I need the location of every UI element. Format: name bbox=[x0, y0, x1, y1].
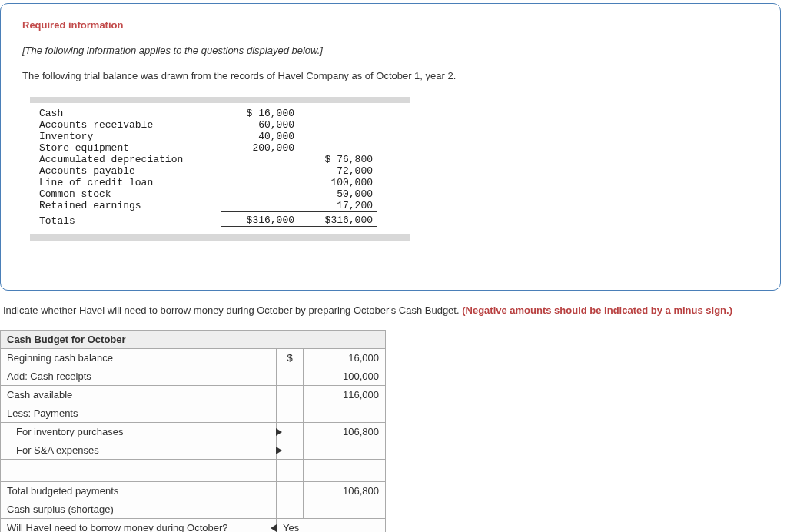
tb-debit bbox=[221, 177, 299, 188]
row-label-surplus: Cash surplus (shortage) bbox=[1, 500, 277, 519]
symbol-cell[interactable] bbox=[277, 460, 304, 482]
value-total-budgeted[interactable]: 106,800 bbox=[304, 482, 386, 500]
tb-totals-label: Totals bbox=[35, 212, 221, 228]
row-label-total-budgeted: Total budgeted payments bbox=[1, 482, 277, 500]
instruction-note: (Negative amounts should be indicated by… bbox=[462, 304, 732, 316]
tb-label: Accounts receivable bbox=[35, 119, 221, 131]
tb-row: Inventory40,000 bbox=[35, 131, 377, 142]
required-information-heading: Required information bbox=[22, 19, 759, 31]
tb-row: Cash$ 16,000 bbox=[35, 108, 377, 119]
dropdown-arrow-icon bbox=[276, 428, 282, 436]
tb-credit bbox=[299, 131, 377, 142]
intro-text: The following trial balance was drawn fr… bbox=[22, 70, 759, 81]
tb-debit: 40,000 bbox=[221, 131, 299, 142]
tb-debit bbox=[221, 188, 299, 200]
tb-credit bbox=[299, 108, 377, 119]
tb-credit bbox=[299, 142, 377, 154]
dropdown-label: For S&A expenses bbox=[16, 444, 99, 456]
symbol-cell[interactable] bbox=[277, 367, 304, 386]
row-label-cash-available: Cash available bbox=[1, 386, 277, 404]
tb-totals-credit: $316,000 bbox=[299, 212, 377, 228]
tb-credit: $ 76,800 bbox=[299, 154, 377, 165]
applies-note: [The following information applies to th… bbox=[22, 45, 759, 56]
tb-credit: 50,000 bbox=[299, 188, 377, 200]
row-label-less-payments: Less: Payments bbox=[1, 404, 277, 423]
tb-label: Retained earnings bbox=[35, 200, 221, 212]
tb-label: Store equipment bbox=[35, 142, 221, 154]
tb-debit bbox=[221, 165, 299, 177]
tb-label: Accumulated depreciation bbox=[35, 154, 221, 165]
dropdown-borrow-answer[interactable]: Yes bbox=[277, 519, 386, 533]
symbol-cell[interactable] bbox=[277, 500, 304, 519]
value-beginning-balance[interactable]: 16,000 bbox=[304, 349, 386, 367]
tb-debit bbox=[221, 200, 299, 212]
symbol-cell[interactable] bbox=[277, 404, 304, 423]
row-label-borrow-question: Will Havel need to borrow money during O… bbox=[1, 519, 277, 533]
tb-credit: 100,000 bbox=[299, 177, 377, 188]
currency-symbol-cell[interactable]: $ bbox=[277, 349, 304, 367]
tb-credit: 72,000 bbox=[299, 165, 377, 177]
tb-totals-debit: $316,000 bbox=[221, 212, 299, 228]
tb-label: Cash bbox=[35, 108, 221, 119]
trial-balance-table: Cash$ 16,000 Accounts receivable60,000 I… bbox=[35, 108, 377, 228]
dropdown-inventory-purchases[interactable]: For inventory purchases bbox=[1, 423, 277, 441]
tb-row: Line of credit loan100,000 bbox=[35, 177, 377, 188]
tb-debit: 200,000 bbox=[221, 142, 299, 154]
row-label-cash-receipts: Add: Cash receipts bbox=[1, 367, 277, 386]
dropdown-label: For inventory purchases bbox=[16, 426, 123, 437]
trial-balance-block: Cash$ 16,000 Accounts receivable60,000 I… bbox=[22, 94, 759, 244]
value-cash-available[interactable]: 116,000 bbox=[304, 386, 386, 404]
tb-totals-row: Totals $316,000 $316,000 bbox=[35, 212, 377, 228]
tb-label: Inventory bbox=[35, 131, 221, 142]
tb-credit: 17,200 bbox=[299, 200, 377, 212]
value-cash-receipts[interactable]: 100,000 bbox=[304, 367, 386, 386]
tb-label: Common stock bbox=[35, 188, 221, 200]
dropdown-sa-expenses[interactable]: For S&A expenses bbox=[1, 441, 277, 460]
tb-row: Accounts payable72,000 bbox=[35, 165, 377, 177]
budget-title: Cash Budget for October bbox=[1, 331, 386, 349]
tb-label: Accounts payable bbox=[35, 165, 221, 177]
dropdown-arrow-icon bbox=[276, 447, 282, 454]
row-label-beginning-balance: Beginning cash balance bbox=[1, 349, 277, 367]
tb-debit bbox=[221, 154, 299, 165]
tb-row: Common stock50,000 bbox=[35, 188, 377, 200]
value-surplus[interactable] bbox=[304, 500, 386, 519]
instruction-text: Indicate whether Havel will need to borr… bbox=[3, 304, 462, 316]
trial-balance-top-bar bbox=[30, 97, 410, 103]
tb-label: Line of credit loan bbox=[35, 177, 221, 188]
dropdown-value: Yes bbox=[283, 522, 299, 532]
dropdown-arrow-icon bbox=[271, 524, 277, 532]
tb-debit: $ 16,000 bbox=[221, 108, 299, 119]
tb-row: Store equipment200,000 bbox=[35, 142, 377, 154]
symbol-cell[interactable] bbox=[277, 386, 304, 404]
tb-row: Accounts receivable60,000 bbox=[35, 119, 377, 131]
tb-row: Accumulated depreciation$ 76,800 bbox=[35, 154, 377, 165]
tb-debit: 60,000 bbox=[221, 119, 299, 131]
trial-balance-bottom-bar bbox=[30, 234, 410, 241]
tb-row: Retained earnings17,200 bbox=[35, 200, 377, 212]
instruction-line: Indicate whether Havel will need to borr… bbox=[0, 304, 787, 316]
cash-budget-table: Cash Budget for October Beginning cash b… bbox=[0, 330, 386, 532]
tb-credit bbox=[299, 119, 377, 131]
value-inventory-purchases[interactable]: 106,800 bbox=[304, 423, 386, 441]
value-sa-expenses[interactable] bbox=[304, 441, 386, 460]
symbol-cell[interactable] bbox=[277, 482, 304, 500]
value-cell[interactable] bbox=[304, 404, 386, 423]
value-cell[interactable] bbox=[304, 460, 386, 482]
blank-label-cell[interactable] bbox=[1, 460, 277, 482]
